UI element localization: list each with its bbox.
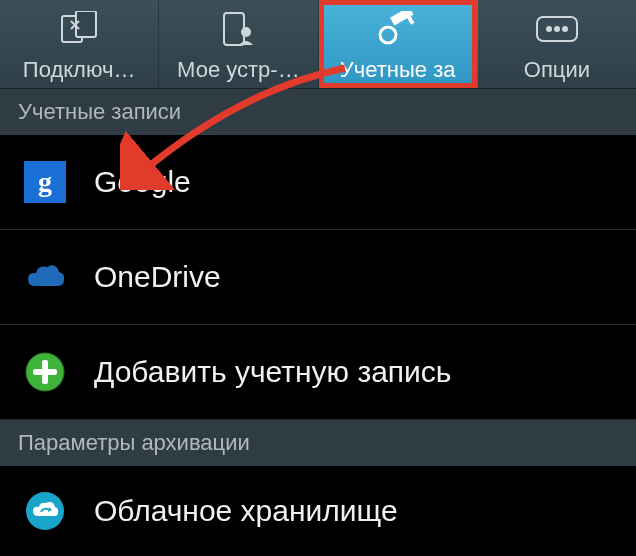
section-header-text: Учетные записи xyxy=(18,99,181,125)
row-label: Облачное хранилище xyxy=(94,494,398,528)
svg-point-8 xyxy=(546,26,552,32)
tab-options[interactable]: Опции xyxy=(478,0,636,88)
options-more-icon xyxy=(478,0,636,58)
svg-text:g: g xyxy=(38,166,52,197)
svg-rect-1 xyxy=(76,11,96,37)
account-row-google[interactable]: g Google xyxy=(0,135,636,230)
svg-point-10 xyxy=(562,26,568,32)
connections-icon xyxy=(0,0,158,58)
add-icon xyxy=(24,351,66,393)
cloud-storage-row[interactable]: Облачное хранилище xyxy=(0,466,636,556)
tab-accounts[interactable]: Учетные за xyxy=(319,0,478,88)
row-label: OneDrive xyxy=(94,260,221,294)
svg-rect-2 xyxy=(224,13,244,45)
add-account-row[interactable]: Добавить учетную запись xyxy=(0,325,636,420)
tab-my-device[interactable]: Мое устр-… xyxy=(159,0,318,88)
row-label: Google xyxy=(94,165,191,199)
svg-rect-16 xyxy=(33,369,57,375)
tab-label: Подключ… xyxy=(21,58,138,82)
my-device-icon xyxy=(159,0,317,58)
cloud-sync-icon xyxy=(24,490,66,532)
google-icon: g xyxy=(24,161,66,203)
tab-label: Опции xyxy=(522,58,592,82)
tab-label: Учетные за xyxy=(338,58,458,82)
svg-rect-6 xyxy=(406,14,414,25)
onedrive-icon xyxy=(24,256,66,298)
row-label: Добавить учетную запись xyxy=(94,355,451,389)
section-header-text: Параметры архивации xyxy=(18,430,250,456)
svg-point-3 xyxy=(241,27,251,37)
svg-point-9 xyxy=(554,26,560,32)
tab-label: Мое устр-… xyxy=(175,58,302,82)
account-row-onedrive[interactable]: OneDrive xyxy=(0,230,636,325)
section-header-accounts: Учетные записи xyxy=(0,89,636,135)
svg-point-4 xyxy=(380,27,396,43)
section-header-backup: Параметры архивации xyxy=(0,420,636,466)
settings-tabbar: Подключ… Мое устр-… Учетные за xyxy=(0,0,636,89)
settings-screen: Подключ… Мое устр-… Учетные за xyxy=(0,0,636,556)
accounts-key-icon xyxy=(319,0,477,58)
tab-connections[interactable]: Подключ… xyxy=(0,0,159,88)
